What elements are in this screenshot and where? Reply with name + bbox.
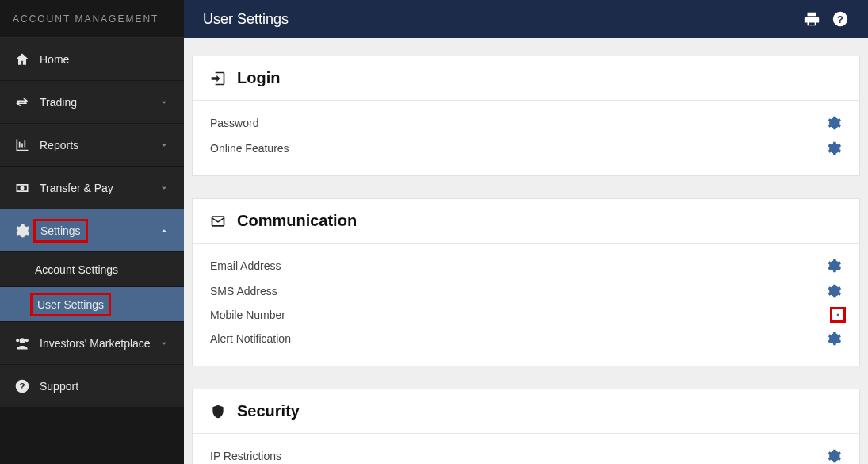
nav-label: Reports	[40, 139, 159, 151]
highlight-settings: Settings	[33, 219, 88, 243]
svg-text:?: ?	[837, 13, 843, 25]
setting-row-mobile-number: Mobile Number	[210, 304, 842, 326]
nav-item-support[interactable]: ? Support	[0, 365, 184, 408]
card-header: Login	[193, 56, 859, 101]
chevron-up-icon	[159, 225, 170, 236]
people-icon	[14, 336, 30, 351]
chevron-down-icon	[159, 182, 170, 194]
nav-label: Home	[40, 53, 170, 66]
nav-item-home[interactable]: Home	[0, 38, 184, 81]
card-security: Security IP Restrictions Secure Login Sy…	[192, 389, 860, 464]
setting-row-email-address: Email Address	[210, 253, 842, 278]
gear-icon[interactable]	[826, 283, 842, 299]
sidebar: ACCOUNT MANAGEMENT Home Trading Reports …	[0, 0, 184, 464]
card-communication: Communication Email Address SMS Address …	[192, 198, 860, 366]
nav-label: Support	[40, 380, 170, 393]
sidebar-title: ACCOUNT MANAGEMENT	[0, 0, 184, 38]
content: Login Password Online Features	[184, 38, 868, 464]
nav-item-transfer-pay[interactable]: Transfer & Pay	[0, 167, 184, 209]
envelope-icon	[210, 213, 226, 229]
setting-row-online-features: Online Features	[210, 136, 842, 161]
shield-icon	[210, 404, 226, 420]
setting-label: Email Address	[210, 259, 826, 272]
gear-icon[interactable]	[826, 448, 842, 464]
bar-chart-icon	[14, 137, 30, 153]
gear-icon[interactable]	[826, 258, 842, 274]
setting-label: Online Features	[210, 142, 826, 155]
chevron-down-icon	[159, 338, 170, 349]
setting-label: Password	[210, 117, 826, 129]
nav-item-investors-marketplace[interactable]: Investors' Marketplace	[0, 322, 184, 365]
setting-row-alert-notification: Alert Notification	[210, 326, 842, 351]
nav-item-settings[interactable]: Settings	[0, 209, 184, 252]
help-icon[interactable]: ?	[832, 10, 849, 28]
nav-label: Transfer & Pay	[40, 182, 159, 194]
print-icon[interactable]	[803, 10, 820, 28]
nav-item-reports[interactable]: Reports	[0, 124, 184, 167]
home-icon	[14, 52, 30, 67]
nav-item-trading[interactable]: Trading	[0, 81, 184, 124]
setting-row-password: Password	[210, 110, 842, 136]
setting-label: Mobile Number	[210, 309, 834, 321]
gear-icon[interactable]	[826, 115, 842, 131]
card-title: Login	[237, 69, 280, 87]
setting-label: SMS Address	[210, 285, 826, 297]
sub-item-account-settings[interactable]: Account Settings	[0, 252, 184, 287]
card-login: Login Password Online Features	[192, 56, 860, 176]
money-icon	[14, 180, 30, 196]
gear-icon[interactable]	[826, 331, 842, 347]
page-title: User Settings	[203, 11, 792, 28]
nav-label: Settings	[40, 224, 81, 237]
sub-item-label: Account Settings	[35, 263, 118, 276]
card-title: Communication	[237, 212, 357, 230]
setting-label: IP Restrictions	[210, 450, 826, 462]
exchange-icon	[14, 94, 30, 110]
setting-label: Alert Notification	[210, 332, 826, 345]
card-header: Communication	[193, 199, 859, 244]
setting-row-sms-address: SMS Address	[210, 278, 842, 304]
highlight-user-settings: User Settings	[30, 293, 111, 316]
sub-item-user-settings[interactable]: User Settings	[0, 287, 184, 322]
card-title: Security	[237, 402, 300, 420]
gear-icon[interactable]	[830, 307, 846, 323]
main: User Settings ? Login Password	[184, 0, 868, 464]
gear-icon[interactable]	[826, 140, 842, 156]
card-header: Security	[193, 389, 859, 434]
svg-text:?: ?	[19, 381, 25, 391]
nav-label: Investors' Marketplace	[40, 337, 159, 350]
sub-item-label: User Settings	[37, 298, 104, 311]
gears-icon	[14, 223, 30, 239]
help-icon: ?	[14, 378, 30, 394]
topbar: User Settings ?	[184, 0, 868, 38]
chevron-down-icon	[159, 140, 170, 151]
login-arrow-icon	[210, 71, 226, 86]
chevron-down-icon	[159, 97, 170, 108]
setting-row-ip-restrictions: IP Restrictions	[210, 443, 842, 464]
nav-label: Trading	[40, 96, 159, 109]
